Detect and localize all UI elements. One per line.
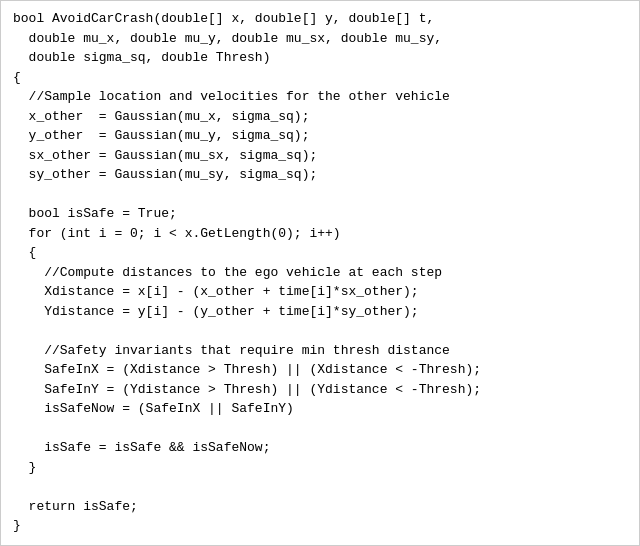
code-line: sy_other = Gaussian(mu_sy, sigma_sq); <box>13 165 627 185</box>
code-line: { <box>13 68 627 88</box>
code-line: double sigma_sq, double Thresh) <box>13 48 627 68</box>
code-line <box>13 185 627 205</box>
code-line <box>13 477 627 497</box>
code-line: x_other = Gaussian(mu_x, sigma_sq); <box>13 107 627 127</box>
code-line <box>13 321 627 341</box>
code-line: { <box>13 243 627 263</box>
code-block: bool AvoidCarCrash(double[] x, double[] … <box>13 9 627 536</box>
code-line: y_other = Gaussian(mu_y, sigma_sq); <box>13 126 627 146</box>
code-line: SafeInX = (Xdistance > Thresh) || (Xdist… <box>13 360 627 380</box>
code-line: Xdistance = x[i] - (x_other + time[i]*sx… <box>13 282 627 302</box>
code-line: sx_other = Gaussian(mu_sx, sigma_sq); <box>13 146 627 166</box>
code-line <box>13 419 627 439</box>
code-line: SafeInY = (Ydistance > Thresh) || (Ydist… <box>13 380 627 400</box>
code-line: Ydistance = y[i] - (y_other + time[i]*sy… <box>13 302 627 322</box>
code-line: bool isSafe = True; <box>13 204 627 224</box>
code-line: } <box>13 458 627 478</box>
code-line: isSafe = isSafe && isSafeNow; <box>13 438 627 458</box>
code-line: double mu_x, double mu_y, double mu_sx, … <box>13 29 627 49</box>
code-line: //Sample location and velocities for the… <box>13 87 627 107</box>
code-line: for (int i = 0; i < x.GetLength(0); i++) <box>13 224 627 244</box>
code-line: } <box>13 516 627 536</box>
code-line: //Compute distances to the ego vehicle a… <box>13 263 627 283</box>
code-line: bool AvoidCarCrash(double[] x, double[] … <box>13 9 627 29</box>
code-container: bool AvoidCarCrash(double[] x, double[] … <box>0 0 640 546</box>
code-line: isSafeNow = (SafeInX || SafeInY) <box>13 399 627 419</box>
code-line: //Safety invariants that require min thr… <box>13 341 627 361</box>
code-line: return isSafe; <box>13 497 627 517</box>
